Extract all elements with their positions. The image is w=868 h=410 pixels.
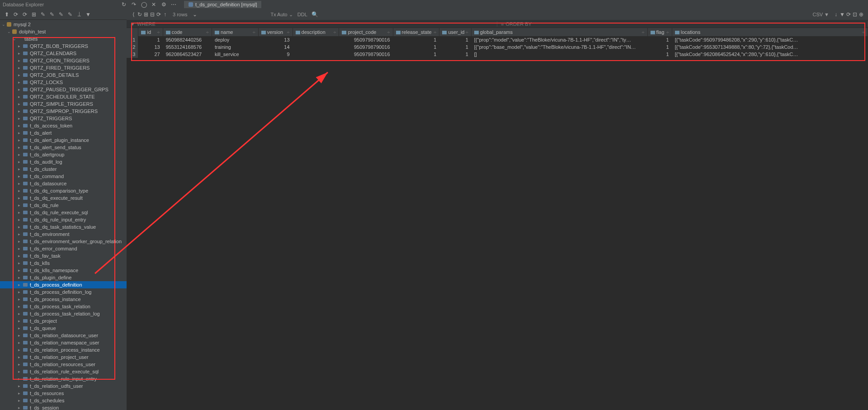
cell-version[interactable]: 13 <box>258 36 292 43</box>
tx-mode[interactable]: Tx Auto ⌄ <box>270 12 292 18</box>
data-grid[interactable]: id ÷code ÷name ÷version ÷description ÷pr… <box>127 28 868 58</box>
sidebar-tool-icon[interactable]: ⟘ <box>76 11 82 18</box>
cell-name[interactable]: training <box>212 43 258 51</box>
tree-table-item[interactable]: ▸t_ds_error_command <box>0 245 127 252</box>
search-icon[interactable]: 🔍 <box>312 11 318 18</box>
tree-table-item[interactable]: ▸t_ds_schedules <box>0 397 127 404</box>
cell-release_state[interactable]: 1 <box>393 43 439 51</box>
tree-table-item[interactable]: ▸t_ds_queue <box>0 325 127 332</box>
grid-right-icon[interactable]: ▼ <box>839 11 845 18</box>
tree-table-item[interactable]: ▸t_ds_fav_task <box>0 252 127 259</box>
tree-table-item[interactable]: ▸t_ds_environment_worker_group_relation <box>0 238 127 245</box>
tree-table-item[interactable]: ▸QRTZ_SCHEDULER_STATE <box>0 93 127 100</box>
tree-table-item[interactable]: ▸t_ds_relation_datasource_user <box>0 332 127 339</box>
tree-table-item[interactable]: ▸t_ds_cluster <box>0 165 127 173</box>
tree-schema[interactable]: ⌄dolphin_test <box>0 28 127 35</box>
cell-id[interactable]: 27 <box>138 51 163 58</box>
tab-tool-icon[interactable]: ↷ <box>131 1 137 8</box>
tree-table-item[interactable]: ▸t_ds_environment <box>0 231 127 238</box>
cell-project_code[interactable]: 9509798790016 <box>339 43 393 51</box>
tree-table-item[interactable]: ▸QRTZ_JOB_DETAILS <box>0 71 127 79</box>
cell-global_params[interactable]: [{"prop":"model","value":"TheBloke/vicun… <box>471 36 647 43</box>
grid-nav-icon[interactable]: ⟨ <box>130 11 137 18</box>
sidebar-tool-icon[interactable]: ✎ <box>67 11 73 18</box>
tree-table-item[interactable]: ▸t_ds_dq_execute_result <box>0 194 127 202</box>
col-header-description[interactable]: description ÷ <box>292 28 339 36</box>
cell-code[interactable]: 9509882440256 <box>163 36 212 43</box>
cell-user_id[interactable]: 1 <box>439 36 471 43</box>
tree-datasource[interactable]: ⌄mysql 2 <box>0 21 127 28</box>
col-header-global_params[interactable]: global_params ÷ <box>471 28 647 36</box>
tree-tables-folder[interactable]: ⌄tables <box>0 35 127 42</box>
sidebar-tool-icon[interactable]: ▼ <box>85 11 91 18</box>
tree-table-item[interactable]: ▸t_ds_process_instance <box>0 296 127 303</box>
where-filter[interactable]: ▼ WHERE <box>127 21 497 27</box>
cell-description[interactable] <box>292 51 339 58</box>
sidebar-tool-icon[interactable]: ✎ <box>40 11 46 18</box>
tree-table-item[interactable]: ▸t_ds_relation_rule_execute_sql <box>0 368 127 375</box>
cell-version[interactable]: 14 <box>258 43 292 51</box>
tree-table-item[interactable]: ▸t_ds_relation_project_user <box>0 353 127 361</box>
table-row[interactable]: 119509882440256deploy13950979879001611[{… <box>127 36 868 43</box>
tree-table-item[interactable]: ▸t_ds_process_definition <box>0 281 127 288</box>
col-header-release_state[interactable]: release_state ÷ <box>393 28 439 36</box>
tab-tool-icon[interactable]: ⋯ <box>170 1 177 8</box>
col-header-flag[interactable]: flag ÷ <box>647 28 672 36</box>
cell-locations[interactable]: [{"taskCode":9620864525424,"x":280,"y":6… <box>672 51 868 58</box>
tree-table-item[interactable]: ▸t_ds_k8s_namespace <box>0 267 127 274</box>
tree-table-item[interactable]: ▸QRTZ_SIMPLE_TRIGGERS <box>0 100 127 108</box>
tree-table-item[interactable]: ▸t_ds_relation_resources_user <box>0 361 127 368</box>
col-header-project_code[interactable]: project_code ÷ <box>339 28 393 36</box>
tree-table-item[interactable]: ▸t_ds_relation_namespace_user <box>0 339 127 346</box>
tree-table-item[interactable]: ▸t_ds_project <box>0 317 127 325</box>
cell-description[interactable] <box>292 43 339 51</box>
cell-project_code[interactable]: 9509798790016 <box>339 51 393 58</box>
tab-tool-icon[interactable]: ◯ <box>141 1 147 8</box>
cell-name[interactable]: deploy <box>212 36 258 43</box>
grid-nav-icon[interactable]: ⟳ <box>156 11 162 18</box>
col-header-user_id[interactable]: user_id ÷ <box>439 28 471 36</box>
cell-description[interactable] <box>292 36 339 43</box>
tab-tool-icon[interactable]: ⚙ <box>160 1 167 8</box>
tree-table-item[interactable]: ▸t_ds_alert_plugin_instance <box>0 137 127 144</box>
tree-table-item[interactable]: ▸t_ds_process_task_relation_log <box>0 310 127 317</box>
tree-table-item[interactable]: ▸QRTZ_CALENDARS <box>0 50 127 57</box>
cell-user_id[interactable]: 1 <box>439 43 471 51</box>
ddl-button[interactable]: DDL <box>297 12 307 17</box>
tab-tool-icon[interactable]: ✕ <box>151 1 157 8</box>
orderby-filter[interactable]: ≡ ORDER BY <box>497 21 868 27</box>
cell-id[interactable]: 1 <box>138 36 163 43</box>
tree-table-item[interactable]: ▸t_ds_alert <box>0 129 127 137</box>
cell-global_params[interactable]: [] <box>471 51 647 58</box>
grid-right-icon[interactable]: ⊕ <box>858 11 864 18</box>
tree-table-item[interactable]: ▸t_ds_alertgroup <box>0 151 127 158</box>
tree-table-item[interactable]: ▸t_ds_command <box>0 173 127 180</box>
cell-flag[interactable]: 1 <box>647 36 672 43</box>
sidebar-tool-icon[interactable]: ⟳ <box>22 11 28 18</box>
export-format[interactable]: CSV ▼ <box>812 12 829 17</box>
tree-table-item[interactable]: ▸t_ds_session <box>0 404 127 410</box>
tree-table-item[interactable]: ▸t_ds_process_definition_log <box>0 288 127 296</box>
tree-table-item[interactable]: ▸t_ds_datasource <box>0 180 127 187</box>
cell-version[interactable]: 9 <box>258 51 292 58</box>
grid-right-icon[interactable]: ⊡ <box>852 11 858 18</box>
cell-locations[interactable]: [{"taskCode":9509799486208,"x":290,"y":6… <box>672 36 868 43</box>
cell-flag[interactable]: 1 <box>647 51 672 58</box>
cell-name[interactable]: kill_service <box>212 51 258 58</box>
cell-flag[interactable]: 1 <box>647 43 672 51</box>
grid-right-icon[interactable]: ↓ <box>833 11 839 18</box>
cell-release_state[interactable]: 1 <box>393 51 439 58</box>
cell-code[interactable]: 9620864523427 <box>163 51 212 58</box>
col-header-id[interactable]: id ÷ <box>138 28 163 36</box>
tree-table-item[interactable]: ▸t_ds_relation_rule_input_entry <box>0 375 127 382</box>
cell-locations[interactable]: [{"taskCode":9553071349888,"x":80,"y":72… <box>672 43 868 51</box>
tree-table-item[interactable]: ▸t_ds_process_task_relation <box>0 303 127 310</box>
col-header-code[interactable]: code ÷ <box>163 28 212 36</box>
editor-tab[interactable]: t_ds_proc_definition [mysql] <box>184 1 261 8</box>
tree-table-item[interactable]: ▸t_ds_k8s <box>0 259 127 267</box>
tree-table-item[interactable]: ▸QRTZ_FIRED_TRIGGERS <box>0 64 127 71</box>
tree-table-item[interactable]: ▸t_ds_access_token <box>0 122 127 129</box>
cell-project_code[interactable]: 9509798790016 <box>339 36 393 43</box>
tree-table-item[interactable]: ▸t_ds_dq_rule_execute_sql <box>0 209 127 216</box>
col-header-version[interactable]: version ÷ <box>258 28 292 36</box>
